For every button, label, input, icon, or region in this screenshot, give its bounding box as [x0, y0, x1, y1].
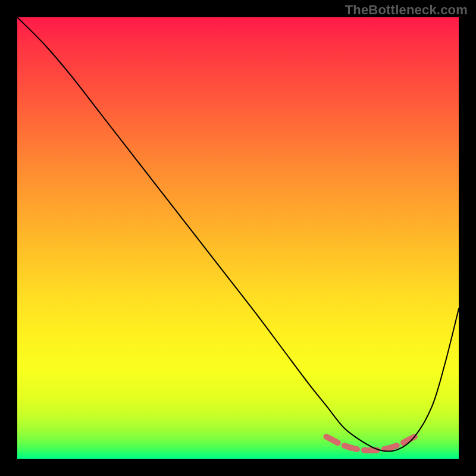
curve-svg — [17, 17, 459, 459]
watermark-text: TheBottleneck.com — [345, 2, 468, 18]
bottleneck-curve-line — [17, 17, 459, 452]
chart-frame: TheBottleneck.com — [0, 0, 476, 476]
plot-area — [17, 17, 459, 459]
